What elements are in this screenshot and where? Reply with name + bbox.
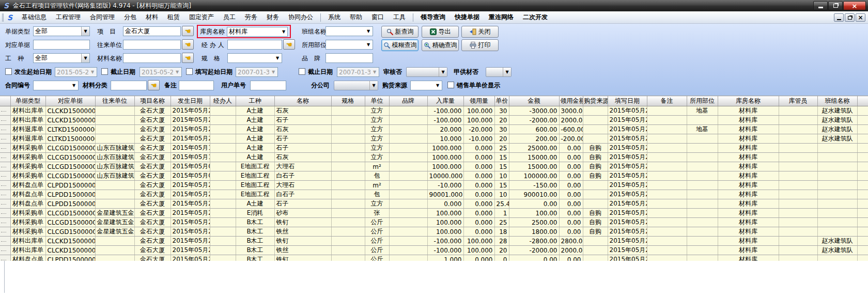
chevron-down-icon[interactable]: ▼ xyxy=(269,68,277,76)
occur-end-checkbox[interactable] xyxy=(101,68,108,75)
brand-input[interactable] xyxy=(326,53,373,63)
menu-item[interactable]: 快捷单据 xyxy=(450,11,484,23)
row-indicator[interactable] xyxy=(0,171,10,181)
close-button[interactable]: × xyxy=(843,1,866,10)
close-window-button[interactable]: 关闭 xyxy=(461,26,499,38)
table-row[interactable]: 材料采购单CLCGD150000004山东百脉建筑金石大厦2015年05月12日… xyxy=(0,153,868,162)
fill-end-checkbox[interactable] xyxy=(299,68,305,75)
menu-item[interactable]: 劳务 xyxy=(240,11,262,23)
table-row[interactable]: 材料盘点单CLPDD150000001金石大厦2015年05月29日E地面工程白… xyxy=(0,190,868,199)
column-header[interactable]: 经办人 xyxy=(210,96,236,106)
spec-select[interactable]: ▼ xyxy=(227,53,282,63)
project-input[interactable] xyxy=(123,26,181,36)
fill-end-date[interactable]: 2007-01-31 ▼ xyxy=(337,67,379,77)
table-row[interactable]: 材料退库单CLTKD150000001金石大厦2015年05月22日A土建石子立… xyxy=(0,134,868,144)
column-header[interactable]: 所用部位 xyxy=(687,96,718,106)
chevron-down-icon[interactable]: ▼ xyxy=(88,68,97,76)
export-button[interactable]: 导出 xyxy=(422,26,459,38)
row-indicator[interactable] xyxy=(0,246,10,255)
row-indicator[interactable] xyxy=(0,116,10,125)
occur-start-date[interactable]: 2015-05-29 ▼ xyxy=(55,67,97,77)
owner-supplied-select[interactable]: ▼ xyxy=(486,67,512,77)
menu-item[interactable]: 固定资产 xyxy=(184,11,219,23)
branch-select[interactable]: ▼ xyxy=(334,81,378,90)
table-row[interactable]: 材料采购单CLCGD150000006金星建筑五金金石大厦2015年05月29日… xyxy=(0,209,868,218)
mdi-restore-button[interactable] xyxy=(845,13,855,22)
menu-item[interactable]: 帮助 xyxy=(345,11,367,23)
row-indicator[interactable] xyxy=(0,181,10,190)
menu-item[interactable]: 租赁 xyxy=(163,11,184,23)
table-row[interactable]: 材料退库单CLTKD150000001金石大厦2015年05月22日A土建石灰立… xyxy=(0,125,868,134)
row-indicator[interactable] xyxy=(0,106,10,116)
row-indicator[interactable] xyxy=(0,209,10,218)
column-header[interactable]: 领用量 xyxy=(463,96,494,106)
table-row[interactable]: 材料出库单CLCKD150000001金石大厦2015年05月22日A土建石灰立… xyxy=(0,106,868,116)
sale-price-display-checkbox[interactable] xyxy=(447,82,454,88)
column-header[interactable]: 金额 xyxy=(509,96,559,106)
column-header[interactable]: 单据类型 xyxy=(10,96,45,106)
column-header[interactable]: 单位 xyxy=(365,96,389,106)
chevron-down-icon[interactable]: ▼ xyxy=(369,81,378,90)
vendor-input[interactable] xyxy=(123,40,181,50)
fuzzy-query-button[interactable]: 模糊查询 xyxy=(381,39,419,51)
row-indicator[interactable] xyxy=(0,190,10,199)
used-part-select[interactable]: ▼ xyxy=(326,40,373,50)
column-header[interactable]: 库房名称 xyxy=(718,96,779,106)
table-row[interactable]: 材料盘点单CLPDD150000001金石大厦2015年05月29日A土建石子立… xyxy=(0,199,868,209)
chevron-down-icon[interactable]: ▼ xyxy=(70,81,78,90)
chevron-down-icon[interactable]: ▼ xyxy=(364,27,373,36)
mdi-minimize-button[interactable] xyxy=(834,13,844,22)
menu-item[interactable]: 工具 xyxy=(389,11,410,23)
menu-item[interactable]: 基础信息 xyxy=(17,11,51,23)
chevron-down-icon[interactable]: ▼ xyxy=(81,54,89,62)
clipped-column-header[interactable] xyxy=(857,96,868,106)
table-row[interactable]: 材料盘点单CLPDD150000002金石大厦2015年05月29日B木工铁钉公… xyxy=(0,255,868,261)
menu-item[interactable]: 系统 xyxy=(323,11,345,23)
project-picker-button[interactable]: ☚ xyxy=(182,26,194,36)
column-header[interactable]: 填写日期 xyxy=(608,96,647,106)
purchase-source-select[interactable]: ▼ xyxy=(410,81,442,90)
contract-no-select[interactable]: ▼ xyxy=(33,81,79,90)
row-indicator[interactable] xyxy=(0,218,10,227)
chevron-down-icon[interactable]: ▼ xyxy=(364,40,373,49)
column-header[interactable]: 库管员 xyxy=(779,96,817,106)
menu-item[interactable]: 合同管理 xyxy=(85,11,119,23)
column-header[interactable]: 项目名称 xyxy=(134,96,171,106)
column-header[interactable]: 单价 xyxy=(494,96,509,106)
mdi-close-button[interactable]: × xyxy=(856,13,865,22)
table-row[interactable]: 材料出库单CLCKD150000002金石大厦2015年05月29日B木工铁丝公… xyxy=(0,246,868,255)
team-select[interactable]: ▼ xyxy=(326,26,373,36)
row-indicator[interactable] xyxy=(0,227,10,237)
column-header[interactable]: 对应单据 xyxy=(45,96,95,106)
table-row[interactable]: 材料出库单CLCKD150000002金石大厦2015年05月29日B木工铁钉公… xyxy=(0,237,868,246)
agent-picker-button[interactable]: ☚ xyxy=(283,39,295,50)
material-picker-button[interactable]: ☚ xyxy=(182,53,194,63)
work-type-select[interactable]: 全部 ▼ xyxy=(33,53,90,63)
row-indicator[interactable] xyxy=(0,199,10,209)
row-indicator[interactable] xyxy=(0,144,10,153)
warehouse-select[interactable]: 材料库 ▼ xyxy=(227,27,288,37)
column-header[interactable]: 班组名称 xyxy=(817,96,857,106)
column-header[interactable]: 规格 xyxy=(331,96,365,106)
table-row[interactable]: 材料采购单CLCGD150000005山东百脉建筑金石大厦2015年05月01日… xyxy=(0,162,868,171)
audited-select[interactable]: ▼ xyxy=(406,67,447,77)
table-row[interactable]: 材料采购单CLCGD150000005山东百脉建筑金石大厦2015年05月01日… xyxy=(0,171,868,181)
column-header[interactable]: 购货来源 xyxy=(583,96,608,106)
column-header[interactable]: 工种 xyxy=(236,96,274,106)
material-class-input[interactable] xyxy=(111,81,147,90)
fill-start-date[interactable]: 2007-01-31 ▼ xyxy=(236,67,278,77)
row-indicator[interactable] xyxy=(0,237,10,246)
related-doc-input[interactable] xyxy=(33,40,90,50)
column-header[interactable]: 备注 xyxy=(647,96,687,106)
exact-query-button[interactable]: 精确查询 xyxy=(422,39,459,51)
new-query-button[interactable]: 新查询 xyxy=(381,26,419,38)
chevron-down-icon[interactable]: ▼ xyxy=(370,68,379,76)
column-header[interactable]: 入库量 xyxy=(427,96,463,106)
table-row[interactable]: 材料出库单CLCKD150000001金石大厦2015年05月22日A土建石子立… xyxy=(0,116,868,125)
row-indicator[interactable] xyxy=(0,153,10,162)
material-class-picker-button[interactable]: ☚ xyxy=(148,80,160,90)
doc-type-select[interactable]: 全部 ▼ xyxy=(33,26,90,36)
row-indicator-header[interactable] xyxy=(0,96,10,106)
occur-end-date[interactable]: 2015-05-29 ▼ xyxy=(140,67,182,77)
fill-start-checkbox[interactable] xyxy=(186,68,193,75)
